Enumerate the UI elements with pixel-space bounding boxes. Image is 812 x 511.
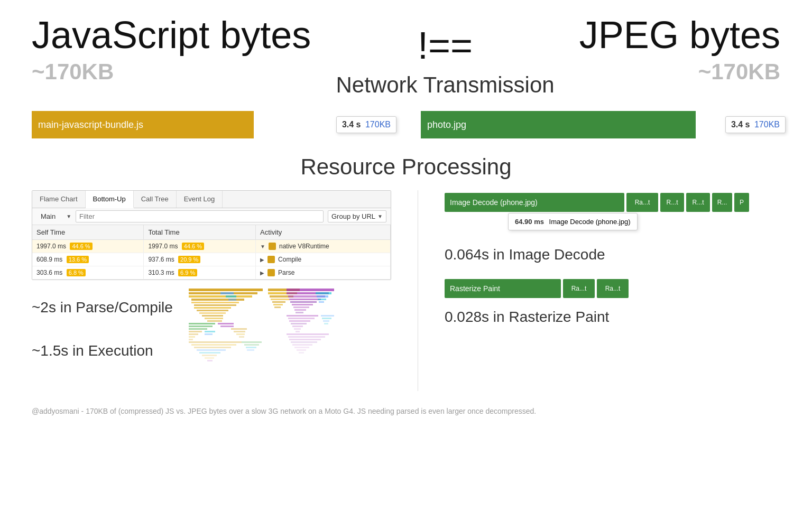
activity-inner: ▶ Compile xyxy=(260,256,386,263)
rasterize-small-bar-2: Ra...t xyxy=(597,279,629,298)
decode-bar-group: Image Decode (phone.jpg) Ra...t R...t R.… xyxy=(445,193,749,212)
js-size-label: ~170KB xyxy=(32,59,114,85)
tab-event-log[interactable]: Event Log xyxy=(177,191,223,208)
rasterize-small-bar-1: Ra...t xyxy=(563,279,595,298)
svg-rect-75 xyxy=(289,339,321,340)
filter-input[interactable] xyxy=(76,210,324,222)
svg-rect-71 xyxy=(323,320,329,322)
expand-arrow[interactable]: ▶ xyxy=(260,270,264,276)
decode-small-bar-2: R...t xyxy=(660,193,684,212)
main-label: Main xyxy=(36,210,60,222)
header-row: Self Time Total Time Activity xyxy=(32,225,391,240)
self-time-cell: 303.6 ms 6.8 % xyxy=(32,266,144,280)
not-equal-sign: !== xyxy=(418,26,473,64)
rasterize-section: Rasterize Paint Ra...t Ra...t 0.028s in … xyxy=(445,279,749,328)
caption: @addyosmani - 170KB of (compressed) JS v… xyxy=(0,396,812,423)
table-row: 1997.0 ms 44.6 % 1997.0 ms 44.6 % ▼ nati… xyxy=(32,240,391,253)
total-time-cell: 310.3 ms 6.9 % xyxy=(144,266,256,280)
svg-rect-69 xyxy=(321,315,334,317)
text-labels-left: ~2s in Parse/Compile ~1.5s in Execution xyxy=(32,289,173,362)
svg-rect-17 xyxy=(189,328,207,330)
total-time-header[interactable]: Total Time xyxy=(144,225,256,240)
svg-rect-45 xyxy=(271,299,289,300)
activity-inner: ▼ native V8Runtime xyxy=(260,243,386,250)
svg-rect-27 xyxy=(234,331,245,332)
svg-rect-31 xyxy=(191,344,236,346)
rasterize-bar-label: Rasterize Paint xyxy=(450,284,500,293)
self-time-header[interactable]: Self Time xyxy=(32,225,144,240)
svg-rect-15 xyxy=(189,323,215,324)
svg-rect-70 xyxy=(322,318,331,319)
svg-rect-11 xyxy=(207,320,222,322)
svg-rect-53 xyxy=(290,301,317,303)
svg-rect-30 xyxy=(189,341,242,343)
svg-rect-29 xyxy=(239,336,244,338)
tab-bottom-up[interactable]: Bottom-Up xyxy=(86,191,134,208)
devtools-filters: Main ▼ Group by URL ▼ xyxy=(32,208,391,225)
self-time-cell: 608.9 ms 13.6 % xyxy=(32,253,144,266)
svg-rect-48 xyxy=(274,306,281,308)
expand-arrow[interactable]: ▶ xyxy=(260,257,264,263)
svg-rect-65 xyxy=(291,323,307,324)
tab-flame-chart[interactable]: Flame Chart xyxy=(32,191,86,208)
main-content: Flame Chart Bottom-Up Call Tree Event Lo… xyxy=(0,185,812,396)
activity-icon xyxy=(269,243,276,250)
group-by-dropdown[interactable]: Group by URL ▼ xyxy=(328,210,386,222)
network-right: photo.jpg 3.4 s 170KB xyxy=(421,111,780,138)
activity-cell: ▼ native V8Runtime xyxy=(256,240,391,253)
svg-rect-72 xyxy=(324,323,328,324)
svg-rect-4 xyxy=(191,302,239,303)
svg-rect-54 xyxy=(292,304,313,305)
svg-rect-24 xyxy=(205,331,215,332)
js-tooltip-time: 3.4 s xyxy=(342,120,361,129)
activity-label: Parse xyxy=(278,269,294,276)
jpeg-tooltip-size: 170KB xyxy=(754,120,780,129)
js-tooltip-size: 170KB xyxy=(365,120,391,129)
header-center: !== Network Transmission xyxy=(336,16,554,98)
svg-rect-55 xyxy=(293,306,309,308)
svg-rect-39 xyxy=(244,344,259,346)
svg-rect-18 xyxy=(218,323,234,324)
activity-inner: ▶ Parse xyxy=(260,269,386,276)
rasterize-time-label: 0.028s in Rasterize Paint xyxy=(445,298,749,328)
svg-rect-13 xyxy=(226,295,236,298)
flame-chart-svg xyxy=(189,283,337,389)
svg-rect-73 xyxy=(287,333,329,335)
main-dropdown-arrow[interactable]: ▼ xyxy=(66,213,71,219)
table-row: 303.6 ms 6.8 % 310.3 ms 6.9 % ▶ Parse xyxy=(32,266,391,280)
resource-processing-label: Resource Processing xyxy=(0,146,812,185)
expand-arrow[interactable]: ▼ xyxy=(260,244,265,249)
network-label: Network Transmission xyxy=(336,72,554,98)
jpeg-size-label: ~170KB xyxy=(698,59,780,85)
svg-rect-76 xyxy=(291,341,317,343)
svg-rect-20 xyxy=(189,331,202,332)
rasterize-bars: Rasterize Paint Ra...t Ra...t xyxy=(445,279,749,298)
activity-header[interactable]: Activity xyxy=(256,225,391,240)
svg-rect-66 xyxy=(292,326,303,327)
tab-call-tree[interactable]: Call Tree xyxy=(134,191,177,208)
svg-rect-26 xyxy=(231,328,247,330)
activity-label: Compile xyxy=(278,256,301,263)
flame-right xyxy=(287,289,334,354)
decode-small-bar-1: Ra...t xyxy=(626,193,658,212)
decode-small-bar-4: R... xyxy=(712,193,732,212)
total-pct-badge: 20.9 % xyxy=(178,256,200,263)
parse-compile-label: ~2s in Parse/Compile xyxy=(32,289,173,321)
svg-rect-63 xyxy=(288,318,315,319)
svg-rect-67 xyxy=(294,328,301,330)
network-section: main-javascript-bundle.js 3.4 s 170KB ph… xyxy=(0,103,812,146)
svg-rect-16 xyxy=(189,326,213,327)
svg-rect-59 xyxy=(317,295,328,298)
svg-rect-57 xyxy=(296,312,303,313)
decode-small-bar-5: P xyxy=(734,193,749,212)
svg-rect-0 xyxy=(189,289,263,291)
divider-line xyxy=(418,190,418,391)
rasterize-main-bar: Rasterize Paint xyxy=(445,279,561,298)
total-pct-badge: 6.9 % xyxy=(178,269,197,276)
network-left: main-javascript-bundle.js 3.4 s 170KB xyxy=(32,111,391,138)
group-dropdown-arrow: ▼ xyxy=(377,213,383,219)
activity-cell: ▶ Compile xyxy=(256,253,391,266)
flame-chart-visual xyxy=(189,283,337,391)
svg-rect-5 xyxy=(194,304,236,306)
activity-icon xyxy=(267,256,275,263)
